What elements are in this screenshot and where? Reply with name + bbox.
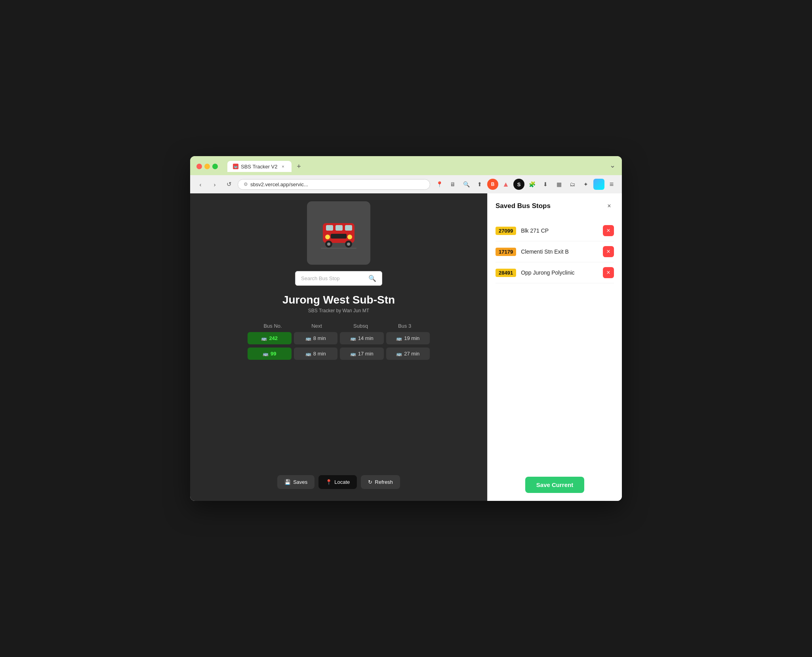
bus-illustration — [319, 213, 358, 253]
next-time-value: 8 min — [313, 335, 326, 341]
zoom-icon[interactable]: 🔍 — [460, 178, 472, 190]
refresh-icon: ↻ — [368, 479, 372, 485]
sidebar-icon[interactable]: ▦ — [553, 178, 565, 190]
svg-point-10 — [347, 243, 350, 246]
bus-table: Bus No. Next Subsq Bus 3 🚌 242 🚌 8 min — [248, 323, 430, 363]
col-bus-no: Bus No. — [251, 323, 295, 329]
locate-icon: 📍 — [326, 479, 332, 485]
subsq-time-value: 17 min — [358, 351, 374, 357]
bottom-bar: 💾 Saves 📍 Locate ↻ Refresh — [277, 475, 400, 489]
stop-name-28491: Opp Jurong Polyclinic — [521, 269, 574, 276]
save-current-button[interactable]: Save Current — [525, 477, 584, 493]
subsq-time-99: 🚌 17 min — [340, 348, 384, 360]
panel-close-button[interactable]: × — [604, 201, 614, 211]
star-icon[interactable]: ✦ — [580, 178, 592, 190]
search-bar[interactable]: 🔍 — [295, 271, 382, 286]
locate-label: Locate — [334, 479, 350, 485]
bus3-time-value: 27 min — [404, 351, 419, 357]
stop-name-17179: Clementi Stn Exit B — [521, 248, 569, 255]
back-button[interactable]: ‹ — [195, 179, 206, 190]
address-bar[interactable]: ⚙ sbsv2.vercel.app/servic... — [238, 179, 430, 190]
minimize-traffic-light[interactable] — [204, 164, 210, 169]
saves-icon: 💾 — [284, 479, 291, 485]
saves-button[interactable]: 💾 Saves — [277, 475, 315, 489]
svg-rect-1 — [326, 225, 333, 231]
stop-name-27099: Blk 271 CP — [521, 227, 549, 234]
main-content: 🔍 Jurong West Sub-Stn SBS Tracker by Wan… — [190, 193, 622, 501]
fullscreen-traffic-light[interactable] — [212, 164, 218, 169]
extensions-puzzle-icon[interactable]: 🧩 — [526, 178, 538, 190]
svg-rect-3 — [345, 225, 352, 231]
forward-button[interactable]: › — [209, 179, 220, 190]
bus-number-242: 🚌 242 — [248, 332, 292, 344]
station-name: Jurong West Sub-Stn — [282, 294, 395, 306]
refresh-button[interactable]: ↺ — [223, 179, 234, 190]
svg-rect-11 — [321, 248, 356, 249]
stop-badge-28491: 28491 — [496, 269, 516, 277]
table-header: Bus No. Next Subsq Bus 3 — [248, 323, 430, 329]
tab-close-button[interactable]: × — [280, 163, 286, 170]
close-traffic-light[interactable] — [196, 164, 202, 169]
tab-favicon: 🚌 — [233, 164, 238, 169]
remove-stop-2-button[interactable]: × — [603, 246, 614, 257]
bus3-time-242: 🚌 19 min — [386, 332, 430, 344]
table-row: 🚌 242 🚌 8 min 🚌 14 min 🚌 19 min — [248, 332, 430, 344]
security-icon: ⚙ — [244, 181, 248, 187]
location-icon[interactable]: 📍 — [433, 178, 445, 190]
table-row: 🚌 99 🚌 8 min 🚌 17 min 🚌 27 min — [248, 348, 430, 360]
screen-cast-icon[interactable]: 🖥 — [447, 178, 459, 190]
title-bar: 🚌 SBS Tracker V2 × + ⌄ — [190, 156, 622, 175]
panel-header: Saved Bus Stops × — [496, 201, 614, 211]
next-time-value: 8 min — [313, 351, 326, 357]
bus-number-99: 🚌 99 — [248, 348, 292, 360]
svg-point-5 — [325, 235, 330, 239]
bus-icon: 🚌 — [261, 336, 267, 341]
saved-stop-left: 27099 Blk 271 CP — [496, 227, 549, 235]
bus3-time-value: 19 min — [404, 335, 419, 341]
saves-label: Saves — [293, 479, 307, 485]
stop-badge-17179: 17179 — [496, 248, 516, 256]
svg-point-8 — [327, 243, 330, 246]
refresh-button[interactable]: ↻ Refresh — [361, 475, 400, 489]
subsq-time-value: 14 min — [358, 335, 374, 341]
downloads-icon[interactable]: ⬇ — [539, 178, 551, 190]
new-tab-button[interactable]: + — [293, 161, 304, 172]
saved-stop-left: 17179 Clementi Stn Exit B — [496, 248, 569, 256]
bus-no-value: 99 — [271, 351, 276, 357]
bus-icon: 🚌 — [305, 351, 311, 357]
col-next: Next — [295, 323, 339, 329]
saved-stop-3: 28491 Opp Jurong Polyclinic × — [496, 262, 614, 283]
bus-icon: 🚌 — [350, 351, 356, 357]
saved-stop-left: 28491 Opp Jurong Polyclinic — [496, 269, 575, 277]
bus-icon-container — [307, 201, 370, 265]
remove-stop-1-button[interactable]: × — [603, 225, 614, 236]
remove-stop-3-button[interactable]: × — [603, 267, 614, 278]
extension-s-icon[interactable]: S — [513, 179, 524, 190]
search-input[interactable] — [301, 275, 365, 281]
bus-icon: 🚌 — [263, 351, 269, 357]
wallet-icon[interactable]: 🗂 — [566, 178, 578, 190]
next-time-242: 🚌 8 min — [294, 332, 338, 344]
gradient-icon[interactable] — [593, 179, 604, 190]
bus-icon: 🚌 — [350, 336, 356, 341]
rewards-icon[interactable]: ▲ — [500, 178, 512, 190]
saved-stop-2: 17179 Clementi Stn Exit B × — [496, 241, 614, 262]
share-icon[interactable]: ⬆ — [474, 178, 486, 190]
app-area: 🔍 Jurong West Sub-Stn SBS Tracker by Wan… — [190, 193, 487, 501]
saved-panel: Saved Bus Stops × 27099 Blk 271 CP × 171… — [487, 193, 622, 501]
tab-title: SBS Tracker V2 — [241, 164, 277, 170]
nav-bar: ‹ › ↺ ⚙ sbsv2.vercel.app/servic... 📍 🖥 🔍… — [190, 175, 622, 193]
stop-badge-27099: 27099 — [496, 227, 516, 235]
bus-icon: 🚌 — [396, 336, 402, 341]
nav-actions: 📍 🖥 🔍 ⬆ B ▲ S 🧩 ⬇ ▦ 🗂 ✦ ≡ — [433, 178, 617, 190]
tabs-chevron[interactable]: ⌄ — [610, 161, 616, 172]
bus-icon: 🚌 — [305, 336, 311, 341]
next-time-99: 🚌 8 min — [294, 348, 338, 360]
bus3-time-99: 🚌 27 min — [386, 348, 430, 360]
active-tab[interactable]: 🚌 SBS Tracker V2 × — [227, 161, 292, 172]
panel-title: Saved Bus Stops — [496, 202, 551, 210]
locate-button[interactable]: 📍 Locate — [318, 475, 357, 489]
menu-button[interactable]: ≡ — [606, 179, 617, 190]
svg-rect-4 — [331, 234, 347, 239]
brave-icon[interactable]: B — [487, 179, 498, 190]
